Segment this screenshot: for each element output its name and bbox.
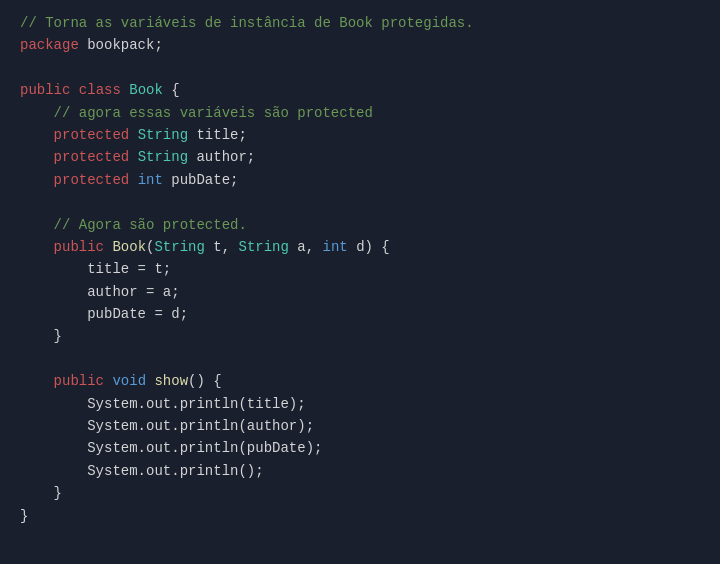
code-line-23: }	[20, 505, 700, 527]
code-line-4: public class Book {	[20, 79, 700, 101]
code-line-19: System.out.println(author);	[20, 415, 700, 437]
code-line-22: }	[20, 482, 700, 504]
code-line-14: pubDate = d;	[20, 303, 700, 325]
code-line-5: // agora essas variáveis são protected	[20, 102, 700, 124]
code-editor: // Torna as variáveis de instância de Bo…	[0, 0, 720, 564]
code-line-16	[20, 348, 700, 370]
code-line-9	[20, 191, 700, 213]
code-line-20: System.out.println(pubDate);	[20, 437, 700, 459]
code-line-11: public Book(String t, String a, int d) {	[20, 236, 700, 258]
code-line-2: package bookpack;	[20, 34, 700, 56]
code-line-18: System.out.println(title);	[20, 393, 700, 415]
code-line-1: // Torna as variáveis de instância de Bo…	[20, 12, 700, 34]
code-line-8: protected int pubDate;	[20, 169, 700, 191]
code-line-7: protected String author;	[20, 146, 700, 168]
code-line-10: // Agora são protected.	[20, 214, 700, 236]
code-line-15: }	[20, 325, 700, 347]
code-line-12: title = t;	[20, 258, 700, 280]
code-line-17: public void show() {	[20, 370, 700, 392]
code-line-13: author = a;	[20, 281, 700, 303]
code-line-21: System.out.println();	[20, 460, 700, 482]
code-line-6: protected String title;	[20, 124, 700, 146]
code-line-3	[20, 57, 700, 79]
